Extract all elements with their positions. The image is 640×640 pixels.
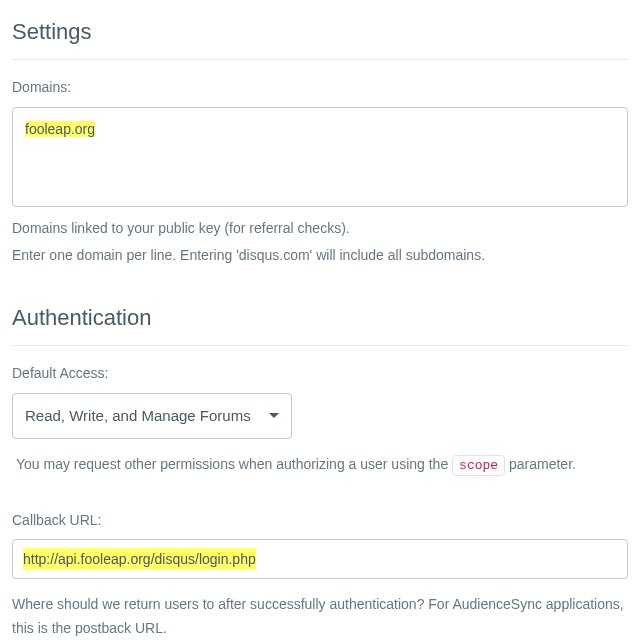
callback-url-value: http://api.fooleap.org/disqus/login.php	[23, 548, 256, 570]
domains-label: Domains:	[12, 76, 628, 98]
authentication-heading: Authentication	[12, 300, 628, 346]
scope-code: scope	[452, 455, 505, 476]
chevron-down-icon	[269, 413, 279, 418]
domains-help-1: Domains linked to your public key (for r…	[12, 217, 628, 241]
default-access-row: Read, Write, and Manage Forums You may r…	[12, 393, 628, 491]
callback-url-label: Callback URL:	[12, 509, 628, 531]
settings-heading: Settings	[12, 14, 628, 60]
domains-value: fooleap.org	[25, 121, 95, 137]
domains-help-2: Enter one domain per line. Entering 'dis…	[12, 244, 628, 268]
domains-textarea-wrap[interactable]: fooleap.org	[12, 107, 628, 207]
callback-url-help: Where should we return users to after su…	[12, 593, 628, 640]
default-access-value: Read, Write, and Manage Forums	[25, 404, 251, 428]
default-access-help: You may request other permissions when a…	[12, 439, 576, 491]
callback-url-input[interactable]: http://api.fooleap.org/disqus/login.php	[12, 539, 628, 579]
default-access-select[interactable]: Read, Write, and Manage Forums	[12, 393, 292, 439]
default-access-label: Default Access:	[12, 362, 628, 384]
